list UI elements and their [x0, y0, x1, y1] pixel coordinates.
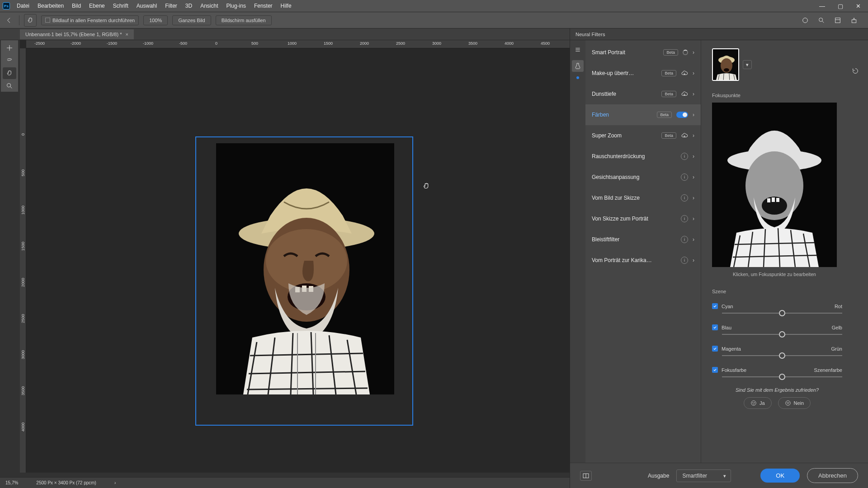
slider-track[interactable]: [722, 376, 842, 377]
feedback-yes-button[interactable]: Ja: [744, 397, 772, 409]
ok-button[interactable]: OK: [760, 469, 800, 483]
preview-toggle-icon[interactable]: [580, 471, 592, 481]
download-cloud-icon[interactable]: [681, 132, 688, 139]
face-selector-thumbnail[interactable]: [712, 48, 739, 81]
slider-thumb[interactable]: [779, 374, 785, 380]
chevron-right-icon: ›: [693, 236, 694, 243]
lasso-tool[interactable]: [3, 55, 16, 66]
filter-row-gesichtsanpassung[interactable]: Gesichtsanpassungi›: [585, 167, 701, 188]
filter-row-smart-portrait[interactable]: Smart PortraitBeta›: [585, 42, 701, 63]
filter-row-dunsttiefe[interactable]: DunsttiefeBeta›: [585, 84, 701, 104]
face-selector-dropdown[interactable]: ▾: [743, 60, 752, 69]
info-icon[interactable]: i: [681, 215, 688, 222]
document-tab-title: Unbenannt-1 bei 15,7% (Ebene 1, RGB/8) *: [25, 32, 122, 37]
filter-toggle[interactable]: [676, 112, 688, 118]
menu-type[interactable]: Schrift: [109, 3, 132, 9]
share-icon[interactable]: [850, 16, 858, 24]
filter-row-super-zoom[interactable]: Super ZoomBeta›: [585, 125, 701, 146]
hand-tool[interactable]: [3, 67, 16, 79]
options-bar: Bildlauf in allen Fenstern durchführen 1…: [0, 12, 868, 28]
filter-name: Vom Porträt zur Karika…: [592, 257, 676, 263]
document-tab[interactable]: Unbenannt-1 bei 15,7% (Ebene 1, RGB/8) *…: [20, 29, 134, 39]
scroll-all-windows-checkbox[interactable]: Bildlauf in allen Fenstern durchführen: [41, 15, 139, 25]
slider-checkbox[interactable]: [712, 303, 718, 309]
svg-line-7: [10, 87, 12, 88]
download-cloud-icon[interactable]: [681, 70, 688, 77]
status-dimensions[interactable]: 2500 Px × 3400 Px (72 ppcm): [36, 480, 96, 485]
search-icon[interactable]: [817, 16, 826, 24]
menu-help[interactable]: Hilfe: [277, 3, 296, 9]
zoom-tool[interactable]: [3, 80, 16, 92]
filter-row-f-rben[interactable]: FärbenBeta›: [585, 104, 701, 125]
status-zoom[interactable]: 15,7%: [5, 480, 18, 485]
info-icon[interactable]: i: [681, 236, 688, 243]
window-maximize-icon[interactable]: ▢: [838, 3, 843, 9]
slider-thumb[interactable]: [779, 331, 785, 338]
slider-fokusfarbe: FokusfarbeSzenenfarbe: [712, 367, 842, 377]
slider-blau: BlauGelb: [712, 324, 842, 335]
beta-badge: Beta: [663, 49, 678, 56]
slider-cyan: CyanRot: [712, 303, 842, 314]
slider-thumb[interactable]: [779, 310, 785, 316]
fill-screen-button[interactable]: Bildschirm ausfüllen: [216, 15, 272, 25]
slider-checkbox[interactable]: [712, 324, 718, 330]
info-icon[interactable]: i: [681, 174, 688, 181]
menu-file[interactable]: Datei: [13, 3, 33, 9]
menu-filter[interactable]: Filter: [161, 3, 181, 9]
slider-checkbox[interactable]: [712, 367, 718, 373]
menu-view[interactable]: Ansicht: [196, 3, 222, 9]
menu-select[interactable]: Auswahl: [132, 3, 161, 9]
fokuspunkte-preview[interactable]: [712, 103, 837, 267]
beta-badge: Beta: [661, 70, 676, 76]
tool-indicator-hand-icon[interactable]: [24, 14, 37, 27]
filter-row-bleistiftfilter[interactable]: Bleistiftfilteri›: [585, 229, 701, 250]
menu-plugins[interactable]: Plug-ins: [222, 3, 250, 9]
slider-track[interactable]: [722, 355, 842, 356]
beta-badge: Beta: [661, 132, 676, 139]
slider-right-label: Gelb: [832, 325, 842, 330]
filter-name: Von Skizze zum Porträt: [592, 216, 676, 222]
szene-label: Szene: [712, 289, 857, 294]
filter-row-vom-bild-zur-skizze[interactable]: Vom Bild zur Skizzei›: [585, 188, 701, 208]
info-icon[interactable]: i: [681, 194, 688, 202]
ruler-vertical[interactable]: 0 500 1000 1500 2000 2500 3000 3500 4000: [20, 48, 26, 473]
filter-row-make-up-bertr-[interactable]: Make-up übertr…Beta›: [585, 63, 701, 84]
move-tool[interactable]: [3, 42, 16, 54]
menu-3d[interactable]: 3D: [181, 3, 196, 9]
slider-checkbox[interactable]: [712, 346, 718, 352]
tab-close-icon[interactable]: ×: [125, 32, 128, 37]
zoom-100-button[interactable]: 100%: [143, 15, 168, 25]
window-close-icon[interactable]: ✕: [856, 3, 861, 9]
panel-title: Neural Filters: [570, 28, 868, 40]
download-cloud-icon[interactable]: [681, 90, 688, 98]
status-arrow-icon[interactable]: ›: [114, 480, 116, 485]
reset-filter-icon[interactable]: [851, 66, 860, 75]
fit-screen-button[interactable]: Ganzes Bild: [172, 15, 211, 25]
output-dropdown[interactable]: Smartfilter▾: [676, 469, 731, 482]
slider-track[interactable]: [722, 334, 842, 335]
all-filters-tab[interactable]: [572, 44, 584, 56]
canvas[interactable]: [26, 48, 570, 473]
info-icon[interactable]: i: [681, 257, 688, 264]
menu-layer[interactable]: Ebene: [85, 3, 109, 9]
filter-row-rauschunterdr-ckung[interactable]: Rauschunterdrückungi›: [585, 146, 701, 167]
menu-image[interactable]: Bild: [68, 3, 85, 9]
filter-row-von-skizze-zum-portr-t[interactable]: Von Skizze zum Porträti›: [585, 208, 701, 229]
slider-thumb[interactable]: [779, 352, 785, 359]
info-icon[interactable]: i: [681, 153, 688, 160]
app-icon: Ps: [3, 2, 10, 9]
cancel-button[interactable]: Abbrechen: [807, 468, 858, 483]
slider-track[interactable]: [722, 313, 842, 314]
window-minimize-icon[interactable]: —: [819, 3, 825, 9]
filter-row-vom-portr-t-zur-karika-[interactable]: Vom Porträt zur Karika…i›: [585, 250, 701, 271]
cloud-docs-icon[interactable]: [801, 16, 809, 24]
beta-filters-tab[interactable]: [572, 60, 584, 72]
workspace-icon[interactable]: [834, 16, 842, 24]
update-indicator-icon: [576, 76, 579, 79]
menu-edit[interactable]: Bearbeiten: [33, 3, 68, 9]
chevron-right-icon: ›: [693, 70, 694, 76]
feedback-no-button[interactable]: Nein: [778, 397, 811, 409]
home-back-button[interactable]: [4, 15, 14, 26]
ruler-horizontal[interactable]: -2500 -2000 -1500 -1000 -500 0 500 1000 …: [26, 40, 570, 48]
menu-window[interactable]: Fenster: [250, 3, 277, 9]
